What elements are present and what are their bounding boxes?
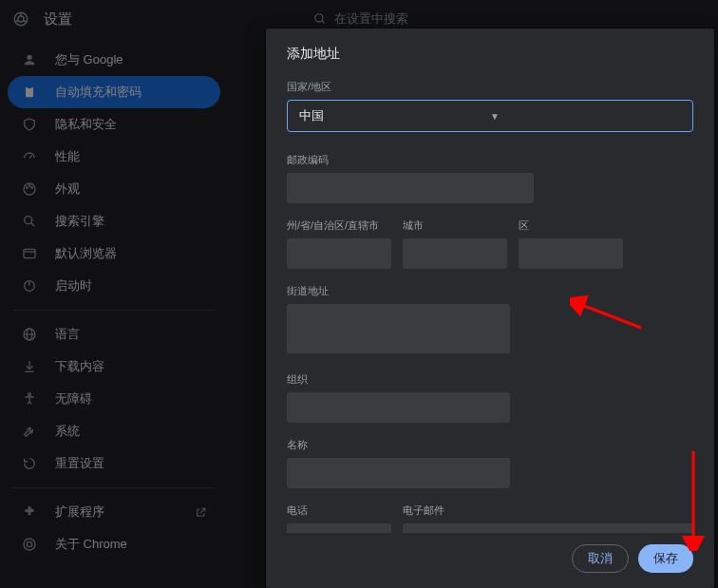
sidebar-item-accessibility[interactable]: 无障碍 — [8, 383, 220, 415]
sidebar-item-label: 性能 — [55, 148, 80, 165]
sidebar-item-label: 语言 — [55, 326, 80, 343]
speed-icon — [21, 149, 38, 164]
globe-icon — [21, 327, 38, 342]
sidebar-item-label: 无障碍 — [55, 390, 92, 408]
name-label: 名称 — [287, 438, 510, 452]
shield-icon — [21, 117, 38, 132]
sidebar-item-extensions[interactable]: 扩展程序 — [8, 496, 220, 528]
sidebar-item-label: 扩展程序 — [55, 503, 104, 521]
country-label: 国家/地区 — [287, 80, 693, 94]
street-input[interactable] — [287, 304, 510, 353]
phone-label: 电话 — [287, 503, 391, 518]
sidebar: 您与 Google 自动填充和密码 隐私和安全 性能 外观 搜索引擎 默认浏览器 — [0, 38, 228, 588]
svg-line-16 — [30, 222, 34, 226]
sidebar-item-performance[interactable]: 性能 — [8, 141, 220, 173]
phone-input[interactable] — [287, 523, 391, 533]
puzzle-icon — [21, 504, 38, 520]
chevron-down-icon: ▼ — [490, 111, 681, 122]
sidebar-item-about[interactable]: 关于 Chrome — [8, 528, 220, 560]
org-label: 组织 — [287, 372, 510, 387]
sidebar-item-label: 系统 — [55, 423, 80, 440]
street-label: 街道地址 — [287, 284, 510, 298]
svg-point-13 — [28, 185, 29, 186]
add-address-dialog: 添加地址 国家/地区 中国 ▼ 邮政编码 州/省/自治区/直辖市 城市 区 — [266, 28, 714, 588]
country-value: 中国 — [299, 107, 490, 124]
sidebar-item-label: 自动填充和密码 — [55, 84, 142, 101]
svg-point-14 — [31, 187, 32, 188]
download-icon — [21, 359, 38, 374]
svg-line-10 — [29, 156, 32, 159]
sidebar-item-label: 启动时 — [55, 277, 92, 294]
a11y-icon — [21, 391, 38, 407]
svg-point-5 — [315, 14, 323, 22]
sidebar-item-appearance[interactable]: 外观 — [8, 173, 220, 205]
search-bar[interactable]: 在设置中搜索 — [313, 10, 707, 28]
reset-icon — [21, 456, 38, 471]
sidebar-item-privacy[interactable]: 隐私和安全 — [8, 108, 220, 141]
sidebar-item-autofill[interactable]: 自动填充和密码 — [8, 76, 220, 108]
divider — [13, 310, 215, 311]
sidebar-item-label: 隐私和安全 — [55, 116, 117, 133]
sidebar-item-label: 搜索引擎 — [55, 213, 104, 230]
sidebar-item-startup[interactable]: 启动时 — [8, 270, 220, 302]
sidebar-item-default-browser[interactable]: 默认浏览器 — [8, 237, 220, 270]
svg-point-25 — [28, 393, 31, 396]
browser-icon — [21, 246, 38, 261]
person-icon — [21, 52, 38, 67]
svg-line-4 — [23, 21, 26, 23]
sidebar-item-system[interactable]: 系统 — [8, 415, 220, 447]
sidebar-item-search-engine[interactable]: 搜索引擎 — [8, 205, 220, 237]
sidebar-item-label: 下载内容 — [55, 358, 104, 375]
chrome-logo-icon — [11, 9, 30, 28]
svg-point-12 — [27, 187, 28, 188]
chrome-icon — [21, 537, 38, 552]
divider — [13, 487, 215, 488]
dialog-title: 添加地址 — [287, 46, 693, 63]
sidebar-item-label: 外观 — [55, 180, 80, 198]
sidebar-item-label: 重置设置 — [55, 455, 104, 472]
sidebar-item-you-and-google[interactable]: 您与 Google — [8, 44, 220, 76]
city-input[interactable] — [403, 238, 507, 269]
svg-line-6 — [322, 21, 325, 24]
sidebar-item-label: 您与 Google — [55, 51, 123, 68]
email-label: 电子邮件 — [403, 503, 693, 518]
search-placeholder: 在设置中搜索 — [334, 10, 408, 28]
sidebar-item-languages[interactable]: 语言 — [8, 318, 220, 351]
region-label: 州/省/自治区/直辖市 — [287, 218, 391, 233]
save-button[interactable]: 保存 — [638, 544, 693, 573]
svg-rect-8 — [26, 87, 33, 98]
search-icon — [313, 12, 327, 26]
svg-rect-17 — [24, 249, 35, 257]
district-input[interactable] — [519, 238, 623, 269]
country-select[interactable]: 中国 ▼ — [287, 100, 693, 132]
page-title: 设置 — [44, 10, 91, 28]
sidebar-item-downloads[interactable]: 下载内容 — [8, 351, 220, 383]
email-input[interactable] — [403, 523, 693, 533]
sidebar-item-reset[interactable]: 重置设置 — [8, 447, 220, 480]
svg-rect-9 — [28, 85, 31, 88]
postal-label: 邮政编码 — [287, 153, 534, 167]
org-input[interactable] — [287, 392, 510, 423]
district-label: 区 — [519, 218, 623, 233]
svg-point-26 — [24, 539, 35, 550]
search-icon — [21, 214, 38, 229]
city-label: 城市 — [403, 218, 507, 233]
clipboard-icon — [21, 85, 38, 100]
external-link-icon — [195, 506, 207, 519]
cancel-button[interactable]: 取消 — [572, 544, 629, 573]
region-input[interactable] — [287, 238, 391, 269]
svg-point-7 — [27, 55, 31, 60]
sidebar-item-label: 默认浏览器 — [55, 245, 117, 262]
wrench-icon — [21, 424, 38, 439]
sidebar-item-label: 关于 Chrome — [55, 536, 127, 553]
palette-icon — [21, 181, 38, 197]
svg-point-27 — [27, 541, 31, 546]
postal-input[interactable] — [287, 173, 534, 203]
svg-line-3 — [15, 21, 18, 23]
power-icon — [21, 278, 38, 294]
name-input[interactable] — [287, 458, 510, 488]
